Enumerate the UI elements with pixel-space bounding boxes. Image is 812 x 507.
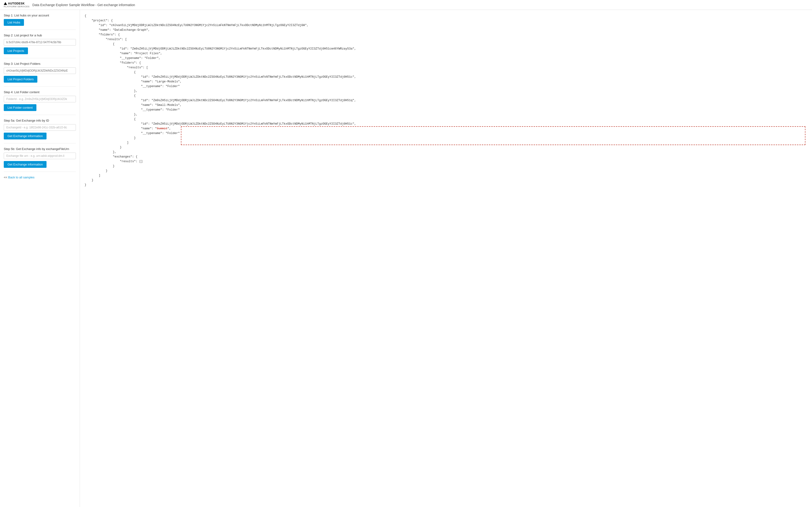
project-id-input[interactable] bbox=[4, 67, 76, 74]
step4-section: Step 4: List Folder content List Folder … bbox=[4, 91, 76, 115]
app-header: AUTODESK PLATFORM SERVICES Data Exchange… bbox=[0, 0, 812, 10]
step1-section: Step 1: List hubs on your account List H… bbox=[4, 14, 76, 30]
list-folder-content-button[interactable]: List Folder content bbox=[4, 104, 37, 111]
main-layout: Step 1: List hubs on your account List H… bbox=[0, 10, 812, 507]
json-output-panel[interactable]: { "project": { "id": "cHJvan5iLjVjMDdjOD… bbox=[80, 10, 812, 507]
step5b-label: Step 5b: Get Exchange info by exchangeFi… bbox=[4, 147, 76, 151]
step3-label: Step 3: List Project Folders bbox=[4, 62, 76, 65]
back-to-samples-link[interactable]: Back to all samples bbox=[8, 176, 35, 179]
platform-services-label: PLATFORM SERVICES bbox=[4, 5, 30, 8]
folder-id-input[interactable] bbox=[4, 96, 76, 102]
step2-section: Step 2: List project for a hub List Proj… bbox=[4, 34, 76, 58]
step5a-section: Step 5a: Get Exchange info by ID Get Exc… bbox=[4, 119, 76, 144]
json-wrapper: { "project": { "id": "cHJvan5iLjVjMDdjOD… bbox=[85, 14, 807, 187]
step3-section: Step 3: List Project Folders List Projec… bbox=[4, 62, 76, 87]
step2-label: Step 2: List project for a hub bbox=[4, 34, 76, 37]
page-title: Data Exchange Explorer Sample Workflow -… bbox=[33, 3, 135, 7]
json-content: { "project": { "id": "cHJvan5iLjVjMDdjOD… bbox=[85, 14, 807, 187]
step5a-label: Step 5a: Get Exchange info by ID bbox=[4, 119, 76, 122]
list-hubs-button[interactable]: List Hubs bbox=[4, 19, 24, 26]
logo-top: AUTODESK bbox=[4, 2, 25, 5]
step1-label: Step 1: List hubs on your account bbox=[4, 14, 76, 17]
back-link-section: << Back to all samples bbox=[4, 176, 76, 179]
exchange-id-input[interactable] bbox=[4, 124, 76, 131]
list-project-folders-button[interactable]: List Project Folders bbox=[4, 76, 37, 82]
autodesk-logo: AUTODESK PLATFORM SERVICES bbox=[4, 2, 30, 8]
autodesk-triangle-icon bbox=[4, 2, 7, 5]
autodesk-name: AUTODESK bbox=[8, 2, 25, 5]
hub-id-input[interactable] bbox=[4, 39, 76, 46]
step4-label: Step 4: List Folder content bbox=[4, 91, 76, 94]
step5b-section: Step 5b: Get Exchange info by exchangeFi… bbox=[4, 147, 76, 172]
back-link-prefix: << bbox=[4, 176, 8, 179]
get-exchange-info-by-urn-button[interactable]: Get Exchange information bbox=[4, 161, 47, 168]
sidebar: Step 1: List hubs on your account List H… bbox=[0, 10, 80, 507]
get-exchange-info-by-id-button[interactable]: Get Exchange information bbox=[4, 133, 47, 139]
exchange-urn-input[interactable] bbox=[4, 153, 76, 159]
list-projects-button[interactable]: List Projects bbox=[4, 47, 28, 54]
